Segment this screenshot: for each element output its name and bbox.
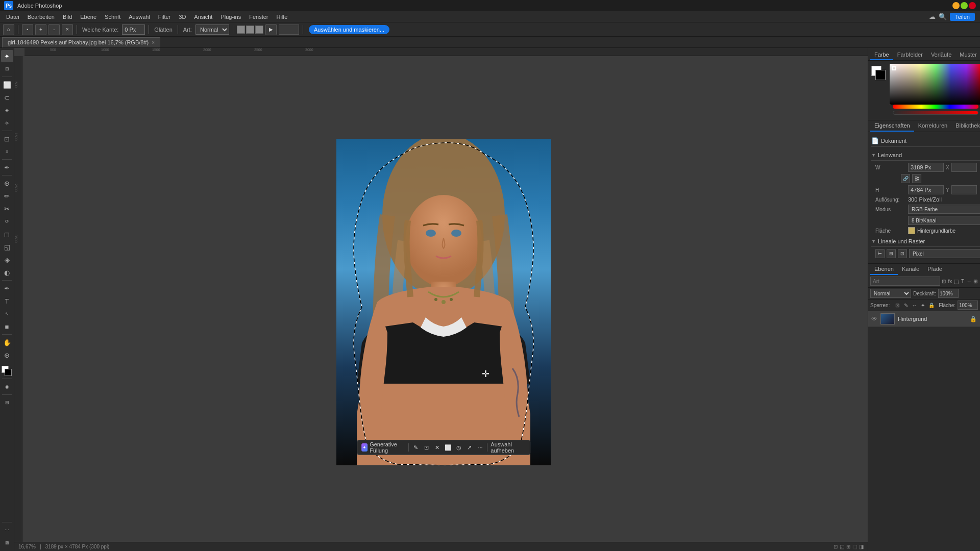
ruler-unit-dropdown[interactable]: Pixel xyxy=(909,249,980,258)
layer-item-hintergrund[interactable]: 👁 Hintergrund 🔒 xyxy=(868,311,980,327)
link-dimensions-icon[interactable]: 🔗 xyxy=(901,174,910,183)
status-icon-1[interactable]: ⊡ xyxy=(834,544,838,549)
document-section-header[interactable]: 📄 Dokument xyxy=(871,135,980,147)
cloud-icon[interactable]: ☁ xyxy=(929,13,936,20)
toolbar-subsel-icon[interactable]: - xyxy=(48,24,60,35)
flaeche-color-swatch[interactable] xyxy=(908,227,915,234)
layer-visibility-icon[interactable]: 👁 xyxy=(871,315,877,322)
bt-select-icon[interactable]: ⊡ xyxy=(423,442,430,453)
generative-fill-btn[interactable]: ✦ Generative Füllung xyxy=(361,441,405,454)
crop-tool[interactable]: ⊡ xyxy=(1,133,13,145)
lock-all-icon[interactable]: 🔒 xyxy=(928,300,935,310)
zoom-tool[interactable]: ⊕ xyxy=(1,349,13,361)
menu-auswahl[interactable]: Auswahl xyxy=(125,13,154,21)
search-toolbar-icon[interactable]: 🔍 xyxy=(939,13,947,20)
menu-fenster[interactable]: Fenster xyxy=(245,13,272,21)
lasso-tool[interactable]: ⊂ xyxy=(1,91,13,104)
layer-mask-icon[interactable]: ⬚ xyxy=(954,277,959,286)
status-icon-3[interactable]: ⊞ xyxy=(846,544,850,549)
lock-pixels-icon[interactable]: ⊡ xyxy=(894,300,900,310)
modus-dropdown[interactable]: RGB-Farbe xyxy=(908,205,980,214)
hue-slider[interactable] xyxy=(893,105,978,109)
lock-artboard-icon[interactable]: ✦ xyxy=(920,300,926,310)
layer-link-icon[interactable]: ↔ xyxy=(966,277,971,286)
color-tab-farbfelder[interactable]: Farbfelder xyxy=(893,50,927,60)
color-picker-handle[interactable] xyxy=(892,66,896,70)
color-tab-muster[interactable]: Muster xyxy=(955,50,980,60)
menu-schrift[interactable]: Schrift xyxy=(101,13,125,21)
quick-mask-tool[interactable]: ◉ xyxy=(1,381,13,393)
toolbar-home-icon[interactable]: ⌂ xyxy=(3,24,14,35)
art-dropdown[interactable]: Normal xyxy=(195,24,229,35)
toolbar-rect-icon[interactable]: ▪ xyxy=(22,24,33,35)
menu-filter[interactable]: Filter xyxy=(154,13,175,21)
menu-plugins[interactable]: Plug-ins xyxy=(216,13,245,21)
opacity-slider[interactable] xyxy=(893,111,978,115)
props-tab-bibliotheken[interactable]: Bibliotheken xyxy=(951,120,980,132)
dodge-tool[interactable]: ◐ xyxy=(1,266,13,279)
select-mask-button[interactable]: Auswählen und maskieren... xyxy=(309,25,389,34)
toolbar-intsel-icon[interactable]: × xyxy=(62,24,73,35)
hand-tool[interactable]: ✋ xyxy=(1,336,13,348)
props-tab-korrekturen[interactable]: Korrekturen xyxy=(914,120,951,132)
magic-wand-tool[interactable]: ✧ xyxy=(1,117,13,129)
layers-search-input[interactable] xyxy=(870,277,940,286)
layer-fx-icon[interactable]: fx xyxy=(947,277,952,286)
canvas-height-input[interactable] xyxy=(908,185,944,194)
bt-rect-icon[interactable]: ⬜ xyxy=(444,442,452,453)
blend-mode-dropdown[interactable]: Normal xyxy=(870,289,911,298)
close-button[interactable] xyxy=(969,2,976,9)
canvas-width-input[interactable] xyxy=(908,163,944,172)
share-button[interactable]: Teilen xyxy=(950,13,975,21)
tab-pfade[interactable]: Pfade xyxy=(923,264,946,275)
extra-tools[interactable]: ⋯ xyxy=(1,524,13,536)
gradient-tool[interactable]: ◱ xyxy=(1,241,13,253)
screen-mode-tool[interactable]: ⊞ xyxy=(1,396,13,409)
history-brush-tool[interactable]: ⟳ xyxy=(1,215,13,228)
menu-ansicht[interactable]: Ansicht xyxy=(190,13,216,21)
background-color[interactable] xyxy=(5,369,12,376)
opacity-input[interactable] xyxy=(938,289,959,298)
menu-hilfe[interactable]: Hilfe xyxy=(272,13,291,21)
layer-more-icon[interactable]: ⊞ xyxy=(973,277,978,286)
ruler-icon-1[interactable]: ⊢ xyxy=(875,249,885,258)
menu-datei[interactable]: Datei xyxy=(2,13,23,21)
path-select-tool[interactable]: ↖ xyxy=(1,308,13,320)
menu-ebene[interactable]: Ebene xyxy=(76,13,101,21)
slice-tool[interactable]: ⌗ xyxy=(1,145,13,158)
weiche-kante-input[interactable] xyxy=(122,24,145,35)
lock-draw-icon[interactable]: ✎ xyxy=(902,300,909,310)
tab-close-icon[interactable]: × xyxy=(152,40,155,45)
fill-input[interactable] xyxy=(958,300,978,310)
canvas-x-input[interactable] xyxy=(951,163,977,172)
lock-move-icon[interactable]: ↔ xyxy=(911,300,918,310)
text-tool[interactable]: T xyxy=(1,295,13,307)
color-spectrum[interactable] xyxy=(890,64,980,105)
fg-bg-color-selector[interactable] xyxy=(871,66,887,81)
canvas-y-input[interactable] xyxy=(951,185,977,194)
canvas-area[interactable]: 500 1000 1500 2000 2500 3000 500 1500 25… xyxy=(14,48,868,551)
status-icon-5[interactable]: ◨ xyxy=(859,544,864,549)
toolbar-arrow-icon[interactable]: ▶ xyxy=(265,24,277,35)
move-tool[interactable]: ✦ xyxy=(1,50,13,62)
blur-tool[interactable]: ◈ xyxy=(1,254,13,266)
props-tab-eigenschaften[interactable]: Eigenschaften xyxy=(870,120,914,132)
shape-tool[interactable]: ■ xyxy=(1,320,13,333)
layer-adjust-icon[interactable]: T xyxy=(960,277,965,286)
pen-tool[interactable]: ✒ xyxy=(1,282,13,294)
eyedropper-tool[interactable]: ✒ xyxy=(1,161,13,173)
menu-bild[interactable]: Bild xyxy=(59,13,76,21)
eraser-tool[interactable]: ◻ xyxy=(1,228,13,240)
tab-ebenen[interactable]: Ebenen xyxy=(870,264,898,275)
bt-history-icon[interactable]: ◷ xyxy=(455,442,462,453)
unlink-dimensions-icon[interactable]: ⛓ xyxy=(912,174,921,183)
document-tab[interactable]: girl-1846490 Pexels auf Pixabay.jpg bei … xyxy=(2,37,160,47)
cancel-selection-btn[interactable]: Auswahl aufheben xyxy=(491,441,526,454)
artboard-tool[interactable]: ⊞ xyxy=(1,63,13,75)
maximize-button[interactable] xyxy=(961,2,968,9)
clone-stamp-tool[interactable]: ✂ xyxy=(1,203,13,215)
lineale-section-header[interactable]: ▼ Lineale und Raster xyxy=(871,236,980,247)
color-selector[interactable] xyxy=(2,366,13,377)
minimize-button[interactable] xyxy=(952,2,960,9)
swatches-tool[interactable]: ⊠ xyxy=(1,537,13,549)
